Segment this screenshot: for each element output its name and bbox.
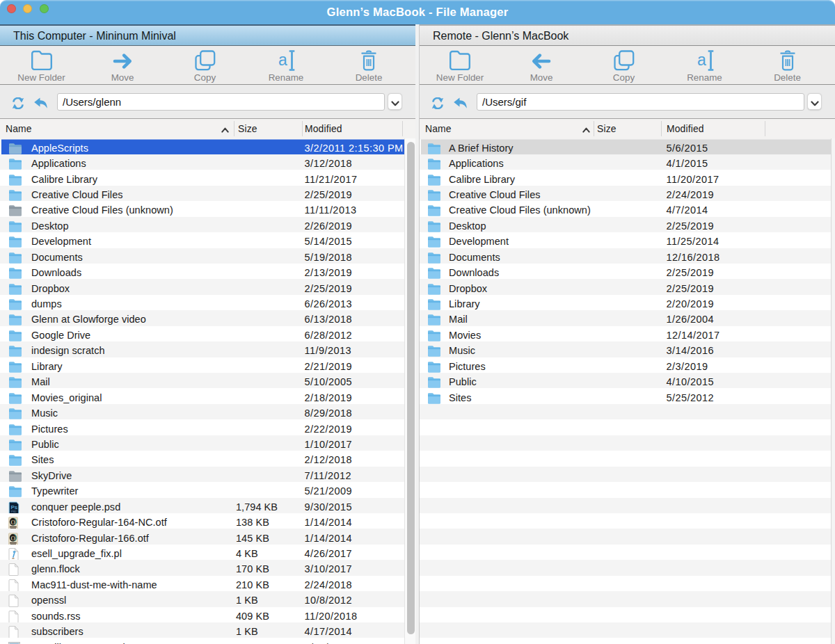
svg-text:Ps: Ps (10, 504, 17, 510)
svg-text:a: a (278, 51, 287, 69)
svg-text:O: O (11, 534, 16, 541)
svg-text:a: a (697, 51, 706, 69)
svg-text:O: O (11, 519, 16, 526)
